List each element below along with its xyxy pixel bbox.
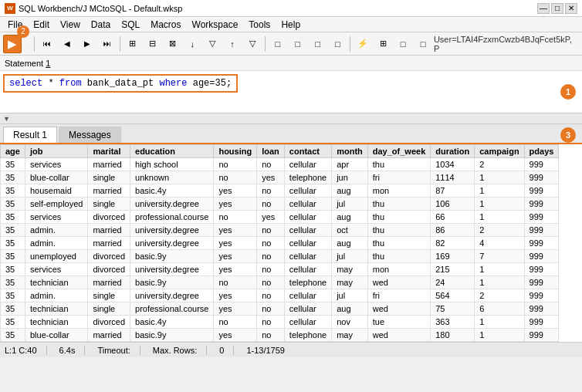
sql-query-box[interactable]: select * from bank_data_pt where age=35; [3, 74, 238, 93]
table-cell: university.degree [130, 237, 214, 250]
table-cell: yes [214, 289, 257, 302]
table-cell: 35 [1, 250, 25, 263]
table-cell: services [25, 263, 87, 276]
col-header-pdays: pdays [524, 145, 559, 158]
table-cell: may [332, 329, 368, 342]
table-cell: no [257, 302, 285, 316]
table-cell: oct [332, 224, 368, 237]
table-row: 35technicianmarriedbasic.9ynonotelephone… [1, 276, 559, 289]
sort-button[interactable]: ▽ [243, 35, 262, 53]
table-cell: no [257, 184, 285, 198]
table-cell: cellular [284, 250, 331, 263]
nav-last-button[interactable]: ⏭ [98, 35, 117, 53]
table-cell: cellular [284, 224, 331, 237]
table-cell: jul [332, 289, 368, 302]
maximize-button[interactable]: □ [551, 3, 563, 14]
menu-edit[interactable]: Edit [29, 19, 54, 31]
results-table-container[interactable]: age job marital education housing loan c… [0, 144, 582, 342]
table-cell: 999 [524, 171, 559, 184]
table-cell: 999 [524, 329, 559, 342]
btn-b[interactable]: □ [289, 35, 307, 53]
table-row: 35admin.marrieduniversity.degreeyesnocel… [1, 237, 559, 250]
table-cell: 106 [431, 198, 475, 211]
table-cell: 1 [475, 171, 524, 184]
results-table: age job marital education housing loan c… [0, 144, 559, 342]
table-cell: wed [367, 329, 430, 342]
table-cell: wed [367, 302, 430, 316]
menu-sql[interactable]: SQL [117, 19, 144, 31]
table-cell: 999 [524, 302, 559, 316]
filter-button[interactable]: ▽ [203, 35, 222, 53]
table-cell: cellular [284, 263, 331, 276]
connect-grid-button[interactable]: ⊞ [374, 35, 392, 53]
table-cell: 35 [1, 263, 25, 276]
table-cell: 35 [1, 198, 25, 211]
table-cell: cellular [284, 302, 331, 316]
grid-button[interactable]: ⊞ [124, 35, 142, 53]
table-cell: 169 [431, 250, 475, 263]
table-cell: 75 [431, 302, 475, 316]
table-cell: divorced [88, 211, 130, 224]
add-row-button[interactable]: ⊟ [143, 35, 161, 53]
table-cell: no [257, 276, 285, 289]
table-cell: 363 [431, 316, 475, 329]
statement-bar: Statement 1 [0, 56, 582, 71]
table-cell: services [25, 158, 87, 171]
nav-first-button[interactable]: ⏮ [38, 35, 56, 53]
btn-c[interactable]: □ [309, 35, 327, 53]
toolbar-separator-3 [265, 36, 266, 52]
nav-next-button[interactable]: ▶ [78, 35, 96, 53]
menu-view[interactable]: View [56, 19, 85, 31]
menu-macros[interactable]: Macros [146, 19, 185, 31]
menu-workspace[interactable]: Workspace [188, 19, 243, 31]
results-area: Result 1 Messages 3 age job marital educ… [0, 124, 582, 342]
table-cell: married [88, 237, 130, 250]
btn-d[interactable]: □ [328, 35, 347, 53]
table-cell: 4 [475, 237, 524, 250]
table-cell: may [332, 263, 368, 276]
table-cell: single [88, 289, 130, 302]
run-button[interactable]: ▶ [3, 35, 22, 53]
table-cell: blue-collar [25, 171, 87, 184]
close-button[interactable]: ✕ [565, 3, 577, 14]
connect-button[interactable]: ⚡ [354, 35, 372, 53]
table-cell: 999 [524, 316, 559, 329]
btn-a[interactable]: □ [269, 35, 287, 53]
col-header-housing: housing [214, 145, 257, 158]
minimize-button[interactable]: — [537, 3, 550, 14]
row-count: 0 [219, 346, 234, 355]
table-cell: basic.4y [130, 316, 214, 329]
cursor-position: L:1 C:40 [5, 346, 47, 355]
table-cell: 1 [475, 329, 524, 342]
tab-result1[interactable]: Result 1 [3, 127, 57, 143]
up-button[interactable]: ↑ [223, 35, 242, 53]
table-cell: no [257, 158, 285, 171]
delete-row-button[interactable]: ⊠ [163, 35, 181, 53]
table-cell: thu [367, 158, 430, 171]
col-header-campaign: campaign [475, 145, 524, 158]
table-cell: housemaid [25, 184, 87, 198]
table-cell: no [257, 329, 285, 342]
table-row: 35housemaidmarriedbasic.4yyesnocellulara… [1, 184, 559, 198]
table-cell: jun [332, 171, 368, 184]
btn-f[interactable]: □ [414, 35, 432, 53]
table-cell: single [88, 198, 130, 211]
table-cell: university.degree [130, 263, 214, 276]
btn-e[interactable]: □ [394, 35, 412, 53]
table-cell: cellular [284, 316, 331, 329]
table-cell: yes [214, 184, 257, 198]
menu-data[interactable]: Data [86, 19, 115, 31]
menu-help[interactable]: Help [276, 19, 305, 31]
tab-messages[interactable]: Messages [59, 127, 121, 143]
collapse-bar[interactable]: ▼ [0, 113, 582, 124]
table-cell: university.degree [130, 198, 214, 211]
timing-info: 6.4s [59, 346, 86, 355]
nav-prev-button[interactable]: ◀ [58, 35, 76, 53]
table-row: 35servicesmarriedhigh schoolnonocellular… [1, 158, 559, 171]
menu-tools[interactable]: Tools [244, 19, 275, 31]
table-cell: technician [25, 316, 87, 329]
down-button[interactable]: ↓ [183, 35, 201, 53]
table-cell: technician [25, 302, 87, 316]
table-cell: no [257, 316, 285, 329]
table-cell: jul [332, 250, 368, 263]
